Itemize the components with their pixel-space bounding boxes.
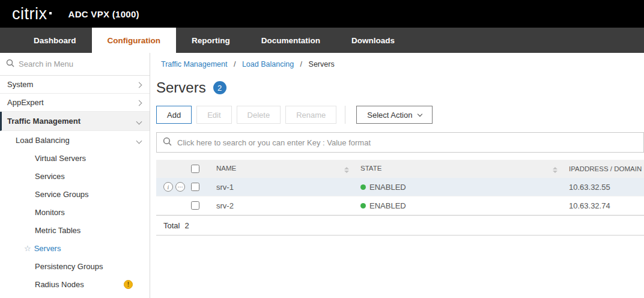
count-badge: 2 (213, 81, 226, 94)
breadcrumb-traffic-management[interactable]: Traffic Management (161, 60, 227, 68)
main-content: Traffic Management / Load Balancing / Se… (150, 53, 644, 298)
row-checkbox[interactable] (191, 201, 199, 210)
sidebar: System AppExpert Traffic Management Load… (0, 53, 150, 298)
more-actions-icon[interactable]: ⋯ (175, 182, 185, 192)
app-title: ADC VPX (1000) (68, 9, 139, 19)
status-dot-enabled (360, 203, 366, 208)
edit-button[interactable]: Edit (196, 106, 231, 124)
chevron-down-icon (137, 136, 141, 145)
status-text: ENABLED (369, 183, 406, 192)
total-label: Total (163, 221, 180, 230)
sidebar-search (0, 53, 150, 76)
servers-table: NAME STATE IPADDRESS / DOMAIN (156, 160, 644, 236)
toolbar: Add Edit Delete Rename Select Action (156, 106, 644, 124)
sidebar-menu: System AppExpert Traffic Management Load… (0, 76, 150, 293)
table-row[interactable]: srv-2 ENABLED 10.63.32.74 (156, 196, 644, 215)
sidebar-item-appexpert[interactable]: AppExpert (0, 94, 150, 112)
sidebar-item-servers[interactable]: ☆ Servers (0, 239, 150, 257)
star-icon: ☆ (24, 244, 31, 253)
server-ip: 10.63.32.74 (569, 201, 610, 210)
select-action-dropdown[interactable]: Select Action (356, 106, 433, 124)
select-all-checkbox[interactable] (191, 165, 199, 173)
server-name: srv-1 (216, 183, 234, 192)
info-icon[interactable]: i (163, 182, 173, 192)
sidebar-item-label: Traffic Management (7, 117, 80, 126)
sidebar-item-label: Radius Nodes (35, 280, 84, 289)
page-title: Servers (156, 79, 206, 96)
sidebar-item-label: Services (35, 172, 65, 181)
logo-dot (49, 12, 52, 14)
sidebar-item-label: Persistency Groups (35, 262, 103, 271)
delete-button[interactable]: Delete (237, 106, 281, 124)
select-action-label: Select Action (367, 111, 412, 120)
sidebar-item-label: System (7, 80, 33, 89)
row-checkbox[interactable] (191, 183, 199, 191)
column-label: STATE (360, 165, 381, 172)
sidebar-item-metric-tables[interactable]: Metric Tables (0, 221, 150, 239)
table-search-input[interactable] (177, 138, 637, 147)
sidebar-item-load-balancing[interactable]: Load Balancing (0, 131, 150, 149)
sidebar-item-services[interactable]: Services (0, 167, 150, 185)
tab-configuration[interactable]: Configuration (92, 28, 176, 53)
tab-reporting[interactable]: Reporting (176, 28, 246, 53)
app-header: citrix ADC VPX (1000) (0, 0, 644, 28)
sidebar-item-label: Servers (34, 244, 61, 253)
tab-documentation[interactable]: Documentation (246, 28, 336, 53)
breadcrumb: Traffic Management / Load Balancing / Se… (156, 60, 644, 68)
add-button[interactable]: Add (156, 106, 192, 124)
table-row[interactable]: i ⋯ srv-1 ENABLED (156, 178, 644, 196)
status-dot-enabled (360, 184, 366, 190)
citrix-logo: citrix (12, 6, 47, 22)
column-header-name[interactable]: NAME (210, 160, 354, 178)
table-header-row: NAME STATE IPADDRESS / DOMAIN (156, 160, 644, 178)
column-label: NAME (216, 165, 236, 172)
search-icon (163, 137, 172, 148)
rename-button[interactable]: Rename (285, 106, 336, 124)
column-label: IPADDRESS / DOMAIN (569, 165, 642, 172)
tab-downloads[interactable]: Downloads (336, 28, 410, 53)
sidebar-item-system[interactable]: System (0, 76, 150, 94)
sidebar-item-service-groups[interactable]: Service Groups (0, 185, 150, 203)
chevron-right-icon (137, 80, 141, 89)
total-value: 2 (184, 221, 189, 230)
server-ip: 10.63.32.55 (569, 183, 610, 192)
column-header-state[interactable]: STATE (354, 160, 563, 178)
tab-dashboard[interactable]: Dashboard (18, 28, 92, 53)
sort-icon (553, 167, 557, 173)
sidebar-item-virtual-servers[interactable]: Virtual Servers (0, 149, 150, 167)
sort-icon (344, 167, 349, 173)
status-text: ENABLED (369, 201, 406, 210)
sidebar-item-label: Virtual Servers (35, 154, 86, 163)
server-name: srv-2 (216, 201, 234, 210)
sidebar-item-label: Metric Tables (35, 226, 80, 235)
sidebar-item-label: Monitors (35, 208, 65, 217)
breadcrumb-current: Servers (309, 60, 335, 68)
table-total: Total 2 (156, 215, 644, 236)
column-header-ipaddress[interactable]: IPADDRESS / DOMAIN (563, 160, 644, 178)
chevron-down-icon (137, 117, 141, 126)
sidebar-item-monitors[interactable]: Monitors (0, 203, 150, 221)
sidebar-item-radius-nodes[interactable]: Radius Nodes ! (0, 275, 150, 293)
chevron-right-icon (137, 98, 141, 107)
select-all-header (156, 160, 210, 178)
breadcrumb-load-balancing[interactable]: Load Balancing (242, 60, 294, 68)
main-nav: Dashboard Configuration Reporting Docume… (0, 28, 644, 53)
search-icon (6, 59, 14, 70)
sidebar-item-traffic-management[interactable]: Traffic Management (0, 112, 150, 131)
table-search-bar (156, 132, 644, 153)
sidebar-search-input[interactable] (19, 59, 144, 68)
sidebar-item-label: Service Groups (35, 190, 89, 199)
sidebar-item-persistency-groups[interactable]: Persistency Groups (0, 257, 150, 275)
sidebar-item-label: Load Balancing (16, 136, 70, 145)
warning-icon: ! (124, 280, 133, 289)
sidebar-item-label: AppExpert (7, 98, 44, 107)
breadcrumb-separator: / (300, 60, 302, 68)
chevron-down-icon (418, 111, 422, 116)
breadcrumb-separator: / (234, 60, 235, 68)
toolbar-divider (345, 106, 345, 124)
